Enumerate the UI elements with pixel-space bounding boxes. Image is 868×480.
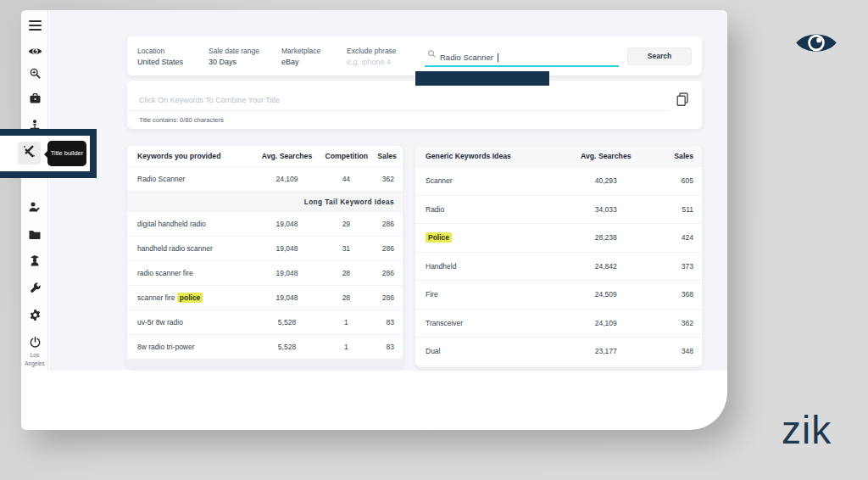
keyword-cell[interactable]: radio scanner fire xyxy=(127,269,254,277)
value-cell: 511 xyxy=(654,205,702,214)
copy-icon[interactable] xyxy=(676,92,690,108)
main-content: Location United States Sale date range 3… xyxy=(49,10,727,371)
keyword-cell[interactable]: Dual xyxy=(415,347,559,355)
search-button[interactable]: Search xyxy=(627,47,692,65)
highlighted-keyword[interactable]: police xyxy=(177,293,203,303)
zik-wordmark: zik xyxy=(782,407,832,453)
table-header-row: Keywords you provided Avg. Searches Comp… xyxy=(127,146,403,167)
settings-gear-icon[interactable] xyxy=(21,304,48,325)
table-row: Handheld24,842373 xyxy=(415,253,702,282)
title-builder-icon xyxy=(23,145,36,161)
location-filter[interactable]: Location United States xyxy=(137,47,209,66)
keyword-cell[interactable]: Transceiver xyxy=(415,319,559,327)
keyword-cell[interactable]: digital handheld radio xyxy=(127,220,254,228)
search-input[interactable]: Radio Scanner xyxy=(425,45,619,67)
value-cell: 29 xyxy=(320,220,373,228)
keyword-cell[interactable]: Police xyxy=(415,233,559,242)
user-edit-icon[interactable] xyxy=(21,197,48,217)
value-cell: 19,048 xyxy=(254,244,320,253)
value-cell: 1 xyxy=(320,343,373,351)
value-cell: 40,293 xyxy=(559,176,654,185)
column-header: Generic Keywords Ideas xyxy=(415,152,559,160)
value-cell: 83 xyxy=(372,318,403,327)
value-cell: 83 xyxy=(372,343,403,351)
value-cell: 24,109 xyxy=(559,319,654,327)
date-range-label: Sale date range xyxy=(209,47,281,55)
value-cell: 286 xyxy=(372,220,403,228)
value-cell: 286 xyxy=(372,293,403,302)
value-cell: 286 xyxy=(372,269,403,277)
value-cell: 23,177 xyxy=(559,347,654,355)
highlighted-keyword[interactable]: Police xyxy=(426,232,452,243)
keyword-cell[interactable]: Scanner xyxy=(415,176,559,185)
menu-icon[interactable] xyxy=(21,15,48,36)
keyword-cell[interactable]: handheld radio scanner xyxy=(127,244,254,253)
table-header-row: Generic Keywords Ideas Avg. Searches Sal… xyxy=(415,146,702,167)
keyword-cell[interactable]: Fire xyxy=(415,290,559,299)
table-row: Fire24,509368 xyxy=(415,281,702,310)
search-input-value: Radio Scanner xyxy=(440,53,493,62)
keyword-cell[interactable]: uv-5r 8w radio xyxy=(127,318,254,327)
table-row: Radio Scanner24,10944362 xyxy=(127,167,403,192)
table-row: Dual23,177348 xyxy=(415,338,702,366)
date-range-filter[interactable]: Sale date range 30 Days xyxy=(209,47,281,66)
keyword-cell[interactable]: scanner fire police xyxy=(127,293,254,302)
value-cell: 362 xyxy=(654,319,702,327)
keyword-cell[interactable]: Radio xyxy=(415,205,559,214)
app-window: Los Angeles Location United States Sale … xyxy=(21,10,727,430)
sidebar: Los Angeles xyxy=(21,10,48,371)
value-cell: 368 xyxy=(654,290,702,299)
value-cell: 24,509 xyxy=(559,290,654,299)
location-value: United States xyxy=(137,58,209,66)
table-row: Radio34,033511 xyxy=(415,196,702,225)
value-cell: 286 xyxy=(372,244,403,253)
keyword-cell[interactable]: Handheld xyxy=(415,262,559,271)
column-header: Avg. Searches xyxy=(559,152,654,160)
folder-icon[interactable] xyxy=(21,224,48,244)
value-cell: 348 xyxy=(654,347,702,355)
section-label: Long Tail Keyword Ideas xyxy=(127,198,403,206)
value-cell: 19,048 xyxy=(254,293,320,302)
zik-eye-logo-icon xyxy=(795,29,837,57)
keyword-cell[interactable]: Radio Scanner xyxy=(127,175,254,183)
highlight-annotation-rect xyxy=(415,71,549,86)
briefcase-icon[interactable] xyxy=(21,88,48,109)
value-cell: 5,528 xyxy=(254,318,320,327)
value-cell: 34,033 xyxy=(559,205,654,214)
column-header: Sales xyxy=(372,152,403,160)
text-caret xyxy=(498,53,498,62)
table-row: uv-5r 8w radio5,528183 xyxy=(127,310,403,335)
value-cell: 24,109 xyxy=(254,175,320,183)
table-row: digital handheld radio19,04829286 xyxy=(127,212,403,237)
search-icon xyxy=(428,46,436,62)
exclude-phrase-label: Exclude phrase xyxy=(347,47,425,55)
column-header: Avg. Searches xyxy=(254,152,320,160)
value-cell: 373 xyxy=(654,262,702,271)
table-row: Transceiver24,109362 xyxy=(415,310,702,338)
table-scroll-remnant xyxy=(127,359,403,367)
column-header: Keywords you provided xyxy=(127,152,254,160)
value-cell: 5,528 xyxy=(254,343,320,351)
table-row: scanner fire police19,04828286 xyxy=(127,286,403,310)
value-cell: 28 xyxy=(320,269,373,277)
title-builder-placeholder[interactable]: Click On Keywords To Combine Your Title xyxy=(139,96,280,104)
table-row: radio scanner fire19,04828286 xyxy=(127,261,403,286)
title-builder-tooltip: Title builder xyxy=(47,141,86,166)
keyword-cell[interactable]: 8w radio tri-power xyxy=(127,343,254,351)
value-cell: 44 xyxy=(320,175,373,183)
value-cell: 19,048 xyxy=(254,269,320,277)
power-icon[interactable] xyxy=(21,332,48,352)
eye-icon[interactable] xyxy=(21,41,48,61)
value-cell: 28,238 xyxy=(559,233,654,242)
value-cell: 362 xyxy=(372,175,403,183)
table-row: handheld radio scanner19,04831286 xyxy=(127,237,403,261)
sidebar-item-title-builder[interactable] xyxy=(18,142,41,165)
column-header: Sales xyxy=(654,152,702,160)
table-row: 8w radio tri-power5,528183 xyxy=(127,335,403,360)
exclude-phrase-field[interactable]: Exclude phrase e.g. iphone 4 xyxy=(347,47,425,66)
marketplace-filter[interactable]: Marketplace eBay xyxy=(281,47,347,66)
sidebar-location-label: Los Angeles xyxy=(21,351,48,368)
academy-icon[interactable] xyxy=(21,250,48,271)
wrench-icon[interactable] xyxy=(21,277,48,298)
search-zoom-icon[interactable] xyxy=(21,63,48,83)
